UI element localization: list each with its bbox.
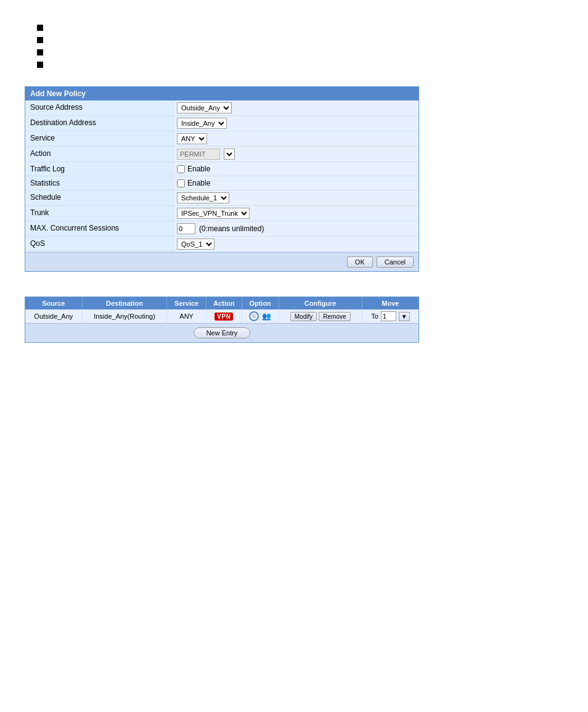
bullet-list xyxy=(37,25,563,68)
schedule-select[interactable]: Schedule_1 xyxy=(177,192,229,203)
cell-configure: Modify Remove xyxy=(279,309,362,323)
col-header-service: Service xyxy=(167,297,206,309)
source-address-label: Source Address xyxy=(25,100,173,115)
policy-table-wrapper: Source Destination Service Action Option… xyxy=(25,297,419,343)
bullet-item-1 xyxy=(37,25,563,31)
qos-value: QoS_1 xyxy=(173,237,419,252)
qos-select[interactable]: QoS_1 xyxy=(177,239,214,250)
service-select[interactable]: ANY xyxy=(177,133,207,144)
qos-label: QoS xyxy=(25,237,173,252)
move-input[interactable] xyxy=(381,311,396,321)
qos-row: QoS QoS_1 xyxy=(25,237,419,252)
form-footer: OK Cancel xyxy=(25,252,419,271)
cell-action: VPN xyxy=(206,309,242,323)
bullet-item-4 xyxy=(37,62,563,68)
form-title: Add New Policy xyxy=(25,87,419,100)
traffic-log-enable-label[interactable]: Enable xyxy=(177,165,210,173)
traffic-log-enable-text: Enable xyxy=(187,165,210,173)
cell-source: Outside_Any xyxy=(25,309,82,323)
bullet-item-2 xyxy=(37,37,563,43)
destination-address-row: Destination Address Inside_Any xyxy=(25,116,419,131)
service-row: Service ANY xyxy=(25,131,419,147)
cell-option: ↻ 👥 xyxy=(242,309,279,323)
cell-move: To ▼ xyxy=(362,309,419,323)
statistics-enable-text: Enable xyxy=(187,179,210,187)
max-sessions-input[interactable] xyxy=(177,223,195,234)
destination-address-label: Destination Address xyxy=(25,116,173,131)
action-row: Action xyxy=(25,147,419,162)
bullet-square-4 xyxy=(37,62,43,68)
service-value: ANY xyxy=(173,131,419,146)
traffic-log-label: Traffic Log xyxy=(25,162,173,176)
max-sessions-row: MAX. Concurrent Sessions (0:means unlimi… xyxy=(25,221,419,237)
action-select[interactable] xyxy=(224,149,235,160)
cancel-button[interactable]: Cancel xyxy=(377,256,414,268)
table-row: Outside_Any Inside_Any(Routing) ANY VPN … xyxy=(25,309,419,323)
trunk-value: IPSec_VPN_Trunk xyxy=(173,206,419,221)
statistics-value: Enable xyxy=(173,176,419,190)
col-header-destination: Destination xyxy=(82,297,167,309)
modify-button[interactable]: Modify xyxy=(290,312,317,321)
bullet-square-3 xyxy=(37,49,43,55)
col-header-option: Option xyxy=(242,297,279,309)
destination-address-select[interactable]: Inside_Any xyxy=(177,118,227,129)
bullet-square-2 xyxy=(37,37,43,43)
users-icon[interactable]: 👥 xyxy=(261,311,271,321)
service-label: Service xyxy=(25,131,173,146)
source-address-row: Source Address Outside_Any xyxy=(25,100,419,116)
schedule-row: Schedule Schedule_1 xyxy=(25,190,419,206)
option-icons: ↻ 👥 xyxy=(246,311,275,321)
schedule-value: Schedule_1 xyxy=(173,190,419,205)
col-header-action: Action xyxy=(206,297,242,309)
bullet-item-3 xyxy=(37,49,563,55)
action-input xyxy=(177,149,220,160)
action-label: Action xyxy=(25,147,173,162)
trunk-label: Trunk xyxy=(25,206,173,221)
add-new-policy-form: Add New Policy Source Address Outside_An… xyxy=(25,86,419,272)
ok-button[interactable]: OK xyxy=(347,256,373,268)
policy-table: Source Destination Service Action Option… xyxy=(25,297,419,323)
schedule-icon[interactable]: ↻ xyxy=(249,311,259,321)
source-address-value: Outside_Any xyxy=(173,100,419,115)
traffic-log-value: Enable xyxy=(173,162,419,176)
col-header-source: Source xyxy=(25,297,82,309)
cell-destination: Inside_Any(Routing) xyxy=(82,309,167,323)
traffic-log-row: Traffic Log Enable xyxy=(25,162,419,176)
col-header-configure: Configure xyxy=(279,297,362,309)
source-address-select[interactable]: Outside_Any xyxy=(177,102,232,113)
new-entry-container: New Entry xyxy=(25,323,419,342)
col-header-move: Move xyxy=(362,297,419,309)
move-arrow-button[interactable]: ▼ xyxy=(399,312,410,321)
statistics-row: Statistics Enable xyxy=(25,176,419,190)
max-sessions-label: MAX. Concurrent Sessions xyxy=(25,221,173,236)
vpn-badge: VPN xyxy=(214,313,233,321)
statistics-checkbox[interactable] xyxy=(177,179,185,187)
table-header-row: Source Destination Service Action Option… xyxy=(25,297,419,309)
move-cell: To ▼ xyxy=(366,311,415,321)
schedule-label: Schedule xyxy=(25,190,173,205)
destination-address-value: Inside_Any xyxy=(173,116,419,131)
statistics-enable-label[interactable]: Enable xyxy=(177,179,210,187)
move-to-label: To xyxy=(371,313,378,320)
trunk-select[interactable]: IPSec_VPN_Trunk xyxy=(177,208,250,219)
new-entry-button[interactable]: New Entry xyxy=(194,327,251,338)
action-value xyxy=(173,147,419,162)
remove-button[interactable]: Remove xyxy=(319,312,350,321)
traffic-log-checkbox[interactable] xyxy=(177,165,185,173)
trunk-row: Trunk IPSec_VPN_Trunk xyxy=(25,206,419,221)
cell-service: ANY xyxy=(167,309,206,323)
bullet-square-1 xyxy=(37,25,43,31)
statistics-label: Statistics xyxy=(25,176,173,190)
max-sessions-hint: (0:means unlimited) xyxy=(199,224,264,233)
max-sessions-value: (0:means unlimited) xyxy=(173,221,419,236)
